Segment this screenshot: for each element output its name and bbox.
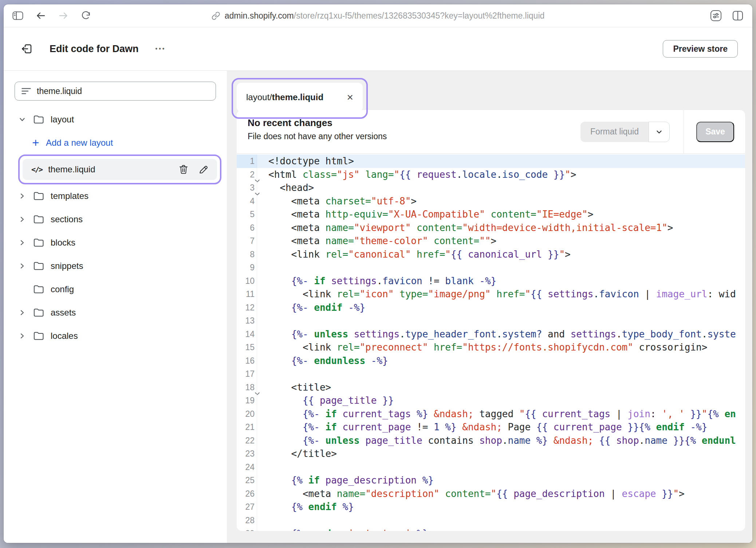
sidebar-folder-snippets[interactable]: snippets: [4, 254, 227, 278]
code-line-text[interactable]: [257, 261, 268, 274]
add-new-layout-button[interactable]: +Add a new layout: [4, 131, 227, 154]
code-editor[interactable]: 1<!doctype html>2<html class="js" lang="…: [237, 154, 745, 531]
sidebar-folder-locales[interactable]: locales: [4, 324, 227, 348]
forward-icon[interactable]: [58, 11, 68, 20]
back-icon[interactable]: [36, 11, 46, 20]
line-number[interactable]: 6: [237, 221, 257, 235]
code-line-text[interactable]: </title>: [257, 447, 337, 461]
split-view-icon[interactable]: [732, 10, 744, 21]
line-number[interactable]: 3: [237, 181, 257, 195]
address-bar[interactable]: admin.shopify.com/store/rzq1xu-f5/themes…: [212, 11, 545, 21]
app-header: Edit code for Dawn ••• Preview store: [4, 27, 752, 71]
line-number[interactable]: 11: [237, 287, 257, 301]
code-line-text[interactable]: <!doctype html>: [257, 154, 354, 168]
sidebar-folder-blocks[interactable]: blocks: [4, 231, 227, 254]
line-number[interactable]: 2: [237, 168, 257, 181]
sidebar-folder-templates[interactable]: templates: [4, 184, 227, 208]
code-file-icon: </>: [31, 165, 42, 174]
code-line-text[interactable]: <html class="js" lang="{{ request.locale…: [257, 168, 576, 181]
reload-icon[interactable]: [81, 11, 91, 21]
file-search-input[interactable]: theme.liquid: [15, 82, 216, 101]
code-line-text[interactable]: [257, 314, 268, 328]
code-line-text[interactable]: {%- unless settings.type_header_font.sys…: [257, 328, 736, 341]
page-settings-icon[interactable]: [710, 10, 722, 21]
save-button[interactable]: Save: [696, 122, 734, 142]
code-line-text[interactable]: {% render 'meta-tags' %}: [257, 527, 428, 531]
code-line-text[interactable]: {%- if settings.favicon != blank -%}: [257, 274, 496, 288]
code-line-text[interactable]: <head>: [257, 181, 314, 195]
editor-header: No recent changes File does not have any…: [237, 110, 745, 154]
delete-file-button[interactable]: [179, 164, 188, 175]
line-number[interactable]: 8: [237, 248, 257, 261]
code-line-text[interactable]: [257, 461, 268, 474]
sidebar-folder-config[interactable]: config: [4, 278, 227, 301]
code-line-text[interactable]: [257, 367, 268, 381]
exit-icon[interactable]: [20, 42, 34, 55]
line-number[interactable]: 4: [237, 195, 257, 208]
code-line-text[interactable]: {%- endunless -%}: [257, 354, 388, 368]
code-line-text[interactable]: {% endif %}: [257, 500, 354, 514]
line-number[interactable]: 9: [237, 261, 257, 274]
sidebar-toggle-icon[interactable]: [12, 11, 23, 20]
code-line-text[interactable]: <meta name="theme-color" content="">: [257, 234, 496, 248]
code-line-text[interactable]: {%- endif -%}: [257, 301, 365, 314]
file-search-value: theme.liquid: [37, 86, 82, 96]
line-number[interactable]: 12: [237, 301, 257, 314]
line-number[interactable]: 18: [237, 381, 257, 394]
line-number[interactable]: 24: [237, 461, 257, 474]
file-label: theme.liquid: [48, 164, 95, 175]
overflow-menu-icon[interactable]: •••: [155, 46, 166, 52]
rename-file-button[interactable]: [198, 165, 208, 175]
code-line-text[interactable]: {%- if current_page != 1 %} &ndash; Page…: [257, 420, 707, 434]
code-line-text[interactable]: <link rel="canonical" href="{{ canonical…: [257, 248, 571, 261]
sidebar-folder-layout[interactable]: layout: [4, 108, 227, 131]
line-number[interactable]: 26: [237, 487, 257, 501]
code-line: 25 {% if page_description %}: [237, 474, 745, 487]
line-number[interactable]: 7: [237, 234, 257, 248]
line-number[interactable]: 17: [237, 367, 257, 381]
code-line: 29 {% render 'meta-tags' %}: [237, 527, 745, 531]
line-number[interactable]: 21: [237, 420, 257, 434]
code-line-text[interactable]: <meta http-equiv="X-UA-Compatible" conte…: [257, 208, 593, 221]
format-liquid-button[interactable]: Format liquid: [580, 122, 649, 142]
chevron-right-icon: [19, 262, 26, 270]
code-line-text[interactable]: <link rel="icon" type="image/png" href="…: [257, 287, 736, 301]
code-line-text[interactable]: <title>: [257, 381, 331, 394]
line-number[interactable]: 22: [237, 434, 257, 447]
code-line-text[interactable]: [257, 514, 268, 527]
header-divider: [684, 110, 684, 153]
sidebar-folder-assets[interactable]: assets: [4, 301, 227, 324]
sidebar-folder-sections[interactable]: sections: [4, 208, 227, 231]
code-line-text[interactable]: {%- unless page_title contains shop.name…: [257, 434, 736, 447]
line-number[interactable]: 13: [237, 314, 257, 328]
line-number[interactable]: 23: [237, 447, 257, 461]
line-number[interactable]: 1: [237, 154, 257, 168]
code-line: 13: [237, 314, 745, 328]
line-number[interactable]: 14: [237, 328, 257, 341]
folder-label: templates: [51, 191, 88, 201]
code-line-text[interactable]: <meta charset="utf-8">: [257, 195, 417, 208]
line-number[interactable]: 19: [237, 394, 257, 407]
line-number[interactable]: 29: [237, 527, 257, 531]
close-tab-icon[interactable]: ×: [347, 92, 353, 103]
format-liquid-dropdown[interactable]: [649, 122, 670, 142]
code-line-text[interactable]: {%- if current_tags %} &ndash; tagged "{…: [257, 407, 736, 421]
preview-store-button[interactable]: Preview store: [663, 40, 738, 58]
line-number[interactable]: 20: [237, 407, 257, 421]
code-line-text[interactable]: <meta name="description" content="{{ pag…: [257, 487, 685, 501]
line-number[interactable]: 15: [237, 341, 257, 354]
code-line-text[interactable]: {% if page_description %}: [257, 474, 434, 487]
line-number[interactable]: 10: [237, 274, 257, 288]
line-number[interactable]: 25: [237, 474, 257, 487]
line-number[interactable]: 16: [237, 354, 257, 368]
sidebar-file-theme-liquid[interactable]: </>theme.liquid: [23, 159, 217, 180]
chevron-right-icon: [19, 192, 26, 200]
code-line-text[interactable]: <meta name="viewport" content="width=dev…: [257, 221, 673, 235]
line-number[interactable]: 5: [237, 208, 257, 221]
tab-theme-liquid[interactable]: layout/theme.liquid ×: [237, 83, 363, 112]
line-number[interactable]: 27: [237, 500, 257, 514]
line-number[interactable]: 28: [237, 514, 257, 527]
code-line-text[interactable]: <link rel="preconnect" href="https://fon…: [257, 341, 707, 354]
code-line: 10 {%- if settings.favicon != blank -%}: [237, 274, 745, 288]
code-line-text[interactable]: {{ page_title }}: [257, 394, 394, 407]
